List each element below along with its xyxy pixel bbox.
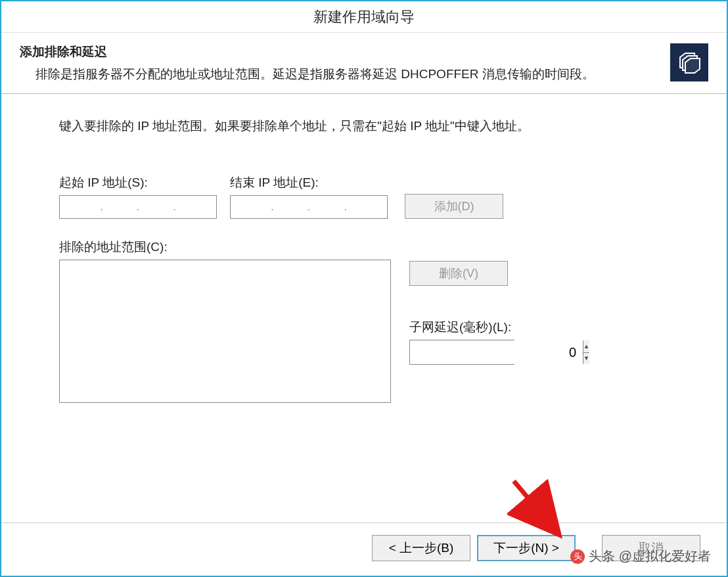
ip-dot-icon: . [344, 201, 346, 213]
start-ip-input[interactable]: . . . [59, 195, 217, 219]
ip-dot-icon: . [271, 201, 273, 213]
end-ip-group: 结束 IP 地址(E): . . . [230, 174, 388, 219]
delete-button[interactable]: 删除(V) [409, 261, 508, 286]
ip-dot-icon: . [100, 201, 102, 213]
spinner-buttons: ▲ ▼ [583, 340, 589, 364]
delay-input[interactable] [410, 340, 583, 364]
wizard-icon [670, 43, 708, 81]
exclude-row: 删除(V) 子网延迟(毫秒)(L): ▲ ▼ [59, 260, 681, 403]
spin-up-button[interactable]: ▲ [583, 340, 589, 353]
end-ip-input[interactable]: . . . [230, 195, 388, 219]
ip-input-row: 起始 IP 地址(S): . . . 结束 IP 地址(E): . . . 添 [59, 174, 681, 219]
wizard-window: 新建作用域向导 添加排除和延迟 排除是指服务器不分配的地址或地址范围。延迟是指服… [0, 0, 728, 577]
delay-group: 子网延迟(毫秒)(L): ▲ ▼ [409, 319, 514, 365]
next-button[interactable]: 下一步(N) > [477, 535, 576, 561]
ip-dot-icon: . [137, 201, 139, 213]
end-ip-label: 结束 IP 地址(E): [230, 174, 388, 191]
add-button[interactable]: 添加(D) [405, 194, 503, 219]
right-controls: 删除(V) 子网延迟(毫秒)(L): ▲ ▼ [409, 260, 514, 365]
wizard-footer: < 上一步(B) 下一步(N) > 取消 头 头条 @虚拟化爱好者 [1, 522, 727, 576]
page-heading: 添加排除和延迟 [20, 43, 657, 60]
exclude-list-label: 排除的地址范围(C): [59, 239, 681, 256]
start-ip-label: 起始 IP 地址(S): [59, 174, 217, 191]
cancel-button[interactable]: 取消 [602, 535, 700, 561]
ip-dot-icon: . [307, 201, 310, 213]
wizard-body: 键入要排除的 IP 地址范围。如果要排除单个地址，只需在"起始 IP 地址"中键… [1, 94, 727, 522]
back-button[interactable]: < 上一步(B) [372, 535, 470, 561]
ip-dot-icon: . [173, 201, 175, 213]
folder-stack-icon [675, 48, 704, 77]
title-text: 新建作用域向导 [313, 9, 415, 25]
start-ip-group: 起始 IP 地址(S): . . . [59, 174, 217, 219]
window-title: 新建作用域向导 [1, 1, 727, 33]
delay-label: 子网延迟(毫秒)(L): [409, 319, 514, 336]
instruction-text: 键入要排除的 IP 地址范围。如果要排除单个地址，只需在"起始 IP 地址"中键… [59, 118, 681, 135]
wizard-header: 添加排除和延迟 排除是指服务器不分配的地址或地址范围。延迟是指服务器将延迟 DH… [1, 33, 727, 94]
delay-spinner: ▲ ▼ [409, 340, 514, 365]
page-description: 排除是指服务器不分配的地址或地址范围。延迟是指服务器将延迟 DHCPOFFER … [20, 64, 657, 84]
excluded-ranges-listbox[interactable] [59, 260, 391, 403]
header-text-block: 添加排除和延迟 排除是指服务器不分配的地址或地址范围。延迟是指服务器将延迟 DH… [20, 43, 657, 84]
spin-down-button[interactable]: ▼ [583, 353, 589, 365]
